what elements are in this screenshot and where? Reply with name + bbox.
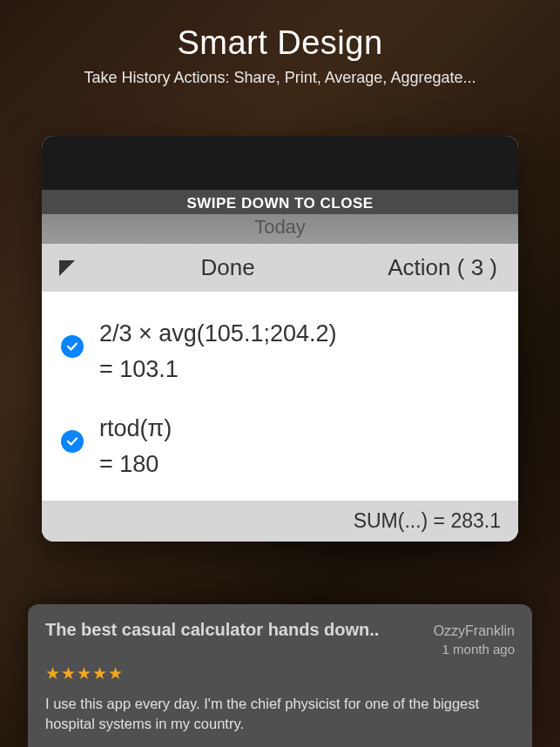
result-text: = 103.1 [99, 352, 336, 387]
history-panel: SWIPE DOWN TO CLOSE Today Done Action ( … [42, 136, 518, 542]
history-item[interactable]: 2/3 × avg(105.1;204.2) = 103.1 [42, 304, 518, 399]
action-button[interactable]: Action ( 3 ) [388, 254, 503, 281]
checkmark-icon[interactable] [61, 430, 84, 453]
done-button[interactable]: Done [68, 254, 388, 281]
history-item[interactable]: rtod(π) = 180 [42, 399, 518, 494]
review-header: The best casual calculator hands down.. … [45, 620, 515, 640]
review-card: The best casual calculator hands down.. … [28, 604, 532, 747]
history-list: 2/3 × avg(105.1;204.2) = 103.1 rtod(π) =… [42, 292, 518, 501]
swipe-down-hint[interactable]: SWIPE DOWN TO CLOSE [42, 190, 518, 214]
date-label: Today [42, 214, 518, 244]
promo-title: Smart Design [0, 24, 560, 62]
result-text: = 180 [99, 447, 172, 482]
panel-top-bar [42, 136, 518, 190]
expression-text: 2/3 × avg(105.1;204.2) [99, 316, 336, 352]
review-author: OzzyFranklin [434, 623, 515, 639]
review-title: The best casual calculator hands down.. [45, 620, 434, 640]
review-date: 1 month ago [45, 642, 515, 656]
review-body: I use this app every day. I'm the chief … [45, 694, 515, 733]
history-toolbar: Done Action ( 3 ) [42, 244, 518, 292]
expression-text: rtod(π) [99, 411, 172, 447]
history-content: 2/3 × avg(105.1;204.2) = 103.1 [99, 316, 336, 387]
promo-header: Smart Design Take History Actions: Share… [0, 0, 560, 87]
promo-subtitle: Take History Actions: Share, Print, Aver… [0, 69, 560, 87]
checkmark-icon[interactable] [61, 335, 84, 358]
sum-footer: SUM(...) = 283.1 [42, 501, 518, 542]
history-content: rtod(π) = 180 [99, 411, 172, 481]
star-rating-icon: ★★★★★ [45, 663, 515, 683]
